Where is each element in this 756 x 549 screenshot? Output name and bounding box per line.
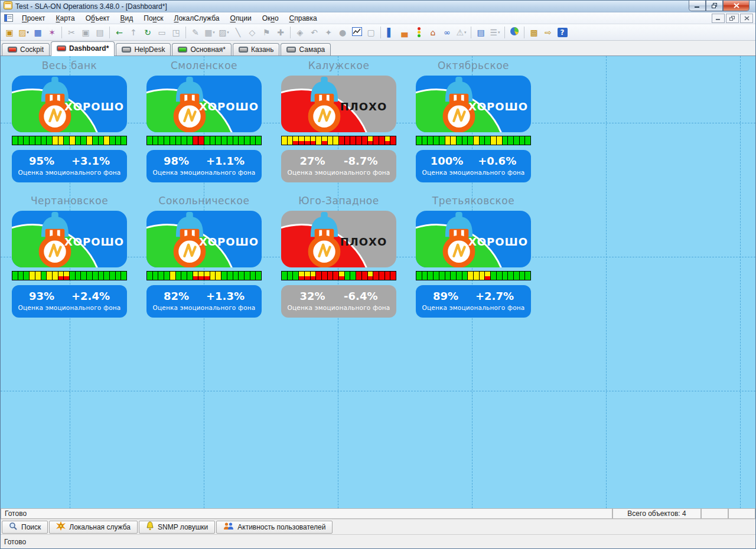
- bar-segment: [193, 272, 198, 280]
- tile-status-card[interactable]: ХОРОШО: [416, 211, 531, 267]
- bar-segment: [18, 272, 24, 280]
- bar-segment: [502, 272, 508, 280]
- dashboard-canvas[interactable]: Весь банкХОРОШО95%+3.1%Оценка эмоциональ…: [1, 56, 755, 508]
- tab-1[interactable]: Cockpit: [2, 43, 50, 55]
- tile-status-label: ПЛОХО: [333, 100, 394, 113]
- help-icon[interactable]: ?: [555, 25, 569, 40]
- status-bar: Готово Всего объектов: 4: [1, 508, 755, 519]
- panel-button-label: Поиск: [21, 523, 41, 531]
- tile-history-bar: [281, 136, 396, 145]
- dashboard-tile: ТретьяковскоеХОРОШО89%+2.7%Оценка эмоцио…: [416, 191, 531, 318]
- save-icon[interactable]: ▦: [31, 25, 45, 40]
- menu-item-9[interactable]: Справка: [284, 13, 322, 24]
- menu-item-6[interactable]: ЛокалСлужба: [169, 13, 225, 24]
- bar-segment: [456, 272, 462, 280]
- refresh-icon[interactable]: ↻: [141, 25, 155, 40]
- tile-percent: 32%: [300, 290, 325, 302]
- panel-button-user-activity[interactable]: Активность пользователей: [216, 521, 333, 534]
- dashboard-tile: ОктябрьскоеХОРОШО100%+0.6%Оценка эмоцион…: [416, 56, 531, 183]
- tab-screen-icon: [178, 47, 187, 53]
- panel-button-search[interactable]: Поиск: [2, 521, 48, 534]
- panel-button-snmp-traps[interactable]: SNMP ловушки: [139, 521, 215, 534]
- toolbar-separator: [290, 27, 291, 38]
- new-project-icon[interactable]: ▣: [2, 25, 17, 40]
- mdi-restore-button[interactable]: [726, 14, 739, 23]
- menu-item-8[interactable]: Окно: [257, 13, 284, 24]
- tile-status-card[interactable]: ХОРОШО: [416, 76, 531, 132]
- users-icon: [223, 522, 234, 532]
- tile-status-card[interactable]: ПЛОХО: [281, 211, 396, 267]
- bar-segment: [41, 136, 47, 145]
- bar-segment: [333, 272, 338, 280]
- tab-screen-icon: [57, 45, 66, 51]
- bar-segment: [175, 136, 181, 145]
- bar-segment: [63, 272, 69, 280]
- traffic-light-icon[interactable]: [412, 25, 426, 40]
- tab-3[interactable]: HelpDesk: [116, 43, 171, 55]
- tile-caption: Оценка эмоционального фона: [146, 169, 262, 176]
- layout-left-icon[interactable]: ▌: [383, 25, 397, 40]
- restore-button[interactable]: [706, 1, 723, 11]
- menu-items: ПроектКартаОбъектВидПоискЛокалСлужбаОпци…: [17, 13, 322, 24]
- chart-icon[interactable]: [350, 25, 364, 40]
- dashboard-tile: Весь банкХОРОШО95%+3.1%Оценка эмоциональ…: [12, 56, 127, 183]
- bar-segment: [379, 272, 384, 280]
- tile-delta: +0.6%: [478, 155, 516, 167]
- bar-segment: [250, 272, 256, 280]
- tab-5[interactable]: Казань: [233, 43, 280, 55]
- close-button[interactable]: [723, 1, 750, 11]
- menu-item-1[interactable]: Проект: [17, 13, 51, 24]
- mdi-close-button[interactable]: [740, 14, 753, 23]
- tile-history-bar: [12, 136, 127, 145]
- open-project-icon[interactable]: ▨▾: [17, 25, 31, 40]
- tab-6[interactable]: Самара: [281, 43, 331, 55]
- bar-segment: [304, 136, 310, 145]
- tile-status-card[interactable]: ХОРОШО: [146, 211, 262, 267]
- mdi-minimize-button[interactable]: [712, 14, 725, 23]
- menu-item-2[interactable]: Карта: [51, 13, 80, 24]
- status-message: Готово: [1, 508, 612, 519]
- bar-segment: [445, 272, 451, 280]
- menubar: ПроектКартаОбъектВидПоискЛокалСлужбаОпци…: [1, 12, 755, 24]
- form-icon[interactable]: ▤: [474, 25, 488, 40]
- bar-segment: [513, 272, 519, 280]
- bar-segment: [52, 136, 58, 145]
- menu-item-7[interactable]: Опции: [225, 13, 257, 24]
- tile-status-card[interactable]: ХОРОШО: [12, 211, 127, 267]
- export-icon[interactable]: ⇨: [541, 25, 555, 40]
- user-stats-icon[interactable]: [507, 25, 522, 40]
- toolbar-separator: [109, 27, 110, 38]
- bar-segment: [427, 272, 433, 280]
- tile-percent: 95%: [29, 155, 54, 167]
- key-icon: ✦: [321, 25, 335, 40]
- menu-item-5[interactable]: Поиск: [138, 13, 168, 24]
- mdi-system-icon[interactable]: [4, 14, 13, 22]
- bar-segment: [120, 136, 126, 145]
- layout-bottom-icon[interactable]: ▄: [397, 25, 412, 40]
- home-icon[interactable]: ⌂: [426, 25, 440, 40]
- tab-2[interactable]: Dashboard*: [51, 41, 115, 56]
- links-icon[interactable]: ∞: [440, 25, 454, 40]
- paste-icon: ▤: [93, 25, 107, 40]
- minimize-button[interactable]: [689, 1, 706, 11]
- bar-segment: [379, 136, 384, 145]
- bar-segment: [35, 272, 41, 280]
- tab-4[interactable]: Основная*: [172, 43, 231, 55]
- panel-button-local-service[interactable]: Локальная служба: [49, 521, 138, 534]
- toolbar-separator: [471, 27, 471, 38]
- menu-item-3[interactable]: Объект: [80, 13, 115, 24]
- bar-segment: [12, 272, 18, 280]
- report-icon[interactable]: ▩: [527, 25, 541, 40]
- bar-segment: [321, 272, 327, 280]
- tile-status-card[interactable]: ХОРОШО: [12, 76, 127, 132]
- status-cell-empty-2: [728, 508, 755, 519]
- menu-item-4[interactable]: Вид: [115, 13, 139, 24]
- tile-caption: Оценка эмоционального фона: [12, 304, 127, 311]
- tile-status-card[interactable]: ПЛОХО: [281, 76, 396, 132]
- wizard-icon[interactable]: ✶: [45, 25, 59, 40]
- bar-segment: [198, 136, 204, 145]
- tile-status-card[interactable]: ХОРОШО: [146, 76, 262, 132]
- tile-values-card: 32%-6.4%Оценка эмоционального фона: [281, 285, 396, 318]
- bar-segment: [298, 136, 304, 145]
- back-icon[interactable]: ←: [112, 25, 126, 40]
